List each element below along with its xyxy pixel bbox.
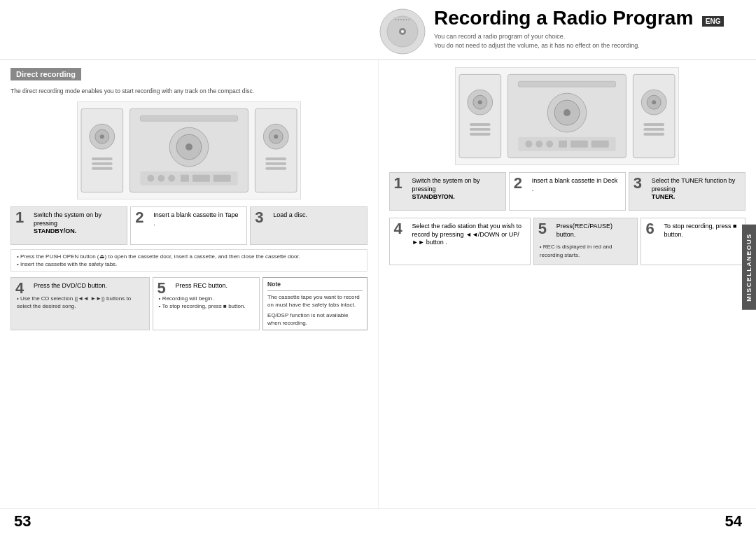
svg-rect-50 xyxy=(634,74,676,157)
svg-point-45 xyxy=(536,141,543,148)
left-page: Direct recording The direct recording mo… xyxy=(0,60,379,508)
right-step-5-note: • REC is displayed in red and recording … xyxy=(540,241,632,260)
step-2-box: 2 Insert a blank cassette in Tape . xyxy=(130,206,247,245)
svg-rect-5 xyxy=(81,108,123,192)
right-step-5-content: Press(REC/PAUSE) button. xyxy=(556,223,632,239)
svg-rect-10 xyxy=(92,162,113,165)
right-step-3-box: 3 Select the TUNER function by pressing … xyxy=(629,172,746,211)
subtitle: You can record a radio program of your c… xyxy=(434,32,742,50)
svg-point-19 xyxy=(158,175,164,182)
svg-rect-22 xyxy=(192,175,210,182)
disc-icon: • • • • • • xyxy=(378,7,427,56)
svg-rect-30 xyxy=(265,167,286,170)
svg-rect-23 xyxy=(214,175,231,182)
svg-point-42 xyxy=(564,109,570,116)
svg-point-3 xyxy=(401,30,404,33)
page-number-right: 54 xyxy=(725,512,742,531)
stereo-illustration-left xyxy=(10,101,368,199)
svg-rect-36 xyxy=(470,128,491,131)
steps-row-top: 1 Switch the system on by pressing STAND… xyxy=(10,206,368,245)
svg-rect-55 xyxy=(644,128,665,131)
step-4-box: 4 Press the DVD/CD button. Use the CD se… xyxy=(10,277,150,330)
step-5-content: Press REC button. xyxy=(176,282,253,290)
miscellaneous-tab: MISCELLANEOUS xyxy=(742,225,756,310)
svg-rect-24 xyxy=(255,108,297,192)
svg-rect-13 xyxy=(140,115,237,121)
svg-rect-48 xyxy=(570,141,588,148)
step-2-notes: Press the PUSH OPEN button (⏏) to open t… xyxy=(10,249,368,272)
right-step-6-content: To stop recording, press ■ button. xyxy=(664,223,739,239)
right-step-5-box: 5 Press(REC/PAUSE) button. • REC is disp… xyxy=(533,218,638,265)
svg-rect-11 xyxy=(92,167,113,170)
right-steps-row-bottom: 4 Select the radio station that you wish… xyxy=(389,218,746,265)
main-content: Direct recording The direct recording mo… xyxy=(0,60,756,508)
svg-point-18 xyxy=(147,175,154,182)
right-step-3-content: Select the TUNER function by pressing TU… xyxy=(652,177,739,202)
svg-rect-21 xyxy=(181,175,189,182)
step-1-box: 1 Switch the system on by pressing STAND… xyxy=(10,206,127,245)
step-4-notes: Use the CD selection (|◄◄ ►►|) buttons t… xyxy=(17,293,144,311)
right-step-1-box: 1 Switch the system on by pressing STAND… xyxy=(389,172,506,211)
right-step-4-content: Select the radio station that you wish t… xyxy=(412,223,524,247)
svg-rect-39 xyxy=(519,81,616,87)
svg-point-53 xyxy=(652,100,656,104)
page-header: • • • • • • Recording a Radio Program EN… xyxy=(0,0,756,60)
svg-rect-31 xyxy=(459,74,501,157)
step-3-content: Load a disc. xyxy=(273,211,360,220)
page-title: Recording a Radio Program ENG xyxy=(434,7,742,29)
section-description: The direct recording mode enables you to… xyxy=(10,87,368,94)
header-right: • • • • • • Recording a Radio Program EN… xyxy=(378,7,742,56)
svg-text:• • • • • •: • • • • • • xyxy=(396,17,410,22)
step-5-box: 5 Press REC button. Recording will begin… xyxy=(153,277,260,330)
step-2-content: Insert a blank cassette in Tape . xyxy=(153,211,241,227)
svg-rect-9 xyxy=(92,157,113,160)
eng-badge: ENG xyxy=(702,16,724,27)
svg-rect-56 xyxy=(644,133,665,136)
right-step-2-box: 2 Insert a blank cassette in Deck . xyxy=(509,172,626,211)
svg-rect-49 xyxy=(592,141,609,148)
svg-rect-47 xyxy=(559,141,567,148)
svg-point-16 xyxy=(186,143,192,150)
svg-rect-54 xyxy=(644,123,665,126)
bottom-bar: 53 54 xyxy=(0,508,756,534)
right-step-4-box: 4 Select the radio station that you wish… xyxy=(389,218,531,265)
svg-rect-37 xyxy=(470,133,491,136)
svg-rect-35 xyxy=(470,123,491,126)
svg-point-8 xyxy=(100,134,104,139)
stereo-illustration-right xyxy=(389,67,746,165)
right-step-1-content: Switch the system on by pressing STANDBY… xyxy=(412,177,500,202)
svg-point-34 xyxy=(478,100,482,104)
svg-point-46 xyxy=(546,141,553,148)
svg-rect-28 xyxy=(265,157,286,160)
step-5-notes: Recording will begin. To stop recording,… xyxy=(159,293,253,311)
right-step-2-content: Insert a blank cassette in Deck . xyxy=(532,177,620,193)
svg-point-27 xyxy=(274,134,278,139)
page-number-left: 53 xyxy=(14,512,31,531)
step-1-content: Switch the system on by pressing STANDBY… xyxy=(34,211,121,236)
steps-row-bottom: 4 Press the DVD/CD button. Use the CD se… xyxy=(10,277,368,330)
svg-point-44 xyxy=(526,141,533,148)
note-box: Note The cassette tape you want to recor… xyxy=(262,277,367,330)
right-page: 1 Switch the system on by pressing STAND… xyxy=(379,60,757,508)
page: • • • • • • Recording a Radio Program EN… xyxy=(0,0,756,534)
svg-rect-29 xyxy=(265,162,286,165)
step-3-box: 3 Load a disc. xyxy=(250,206,367,245)
title-block: Recording a Radio Program ENG You can re… xyxy=(434,7,742,50)
section-title-bar: Direct recording xyxy=(10,67,368,83)
right-steps-row-top: 1 Switch the system on by pressing STAND… xyxy=(389,172,746,211)
step-4-content: Press the DVD/CD button. xyxy=(34,282,144,290)
svg-point-20 xyxy=(168,175,175,182)
right-step-6-box: 6 To stop recording, press ■ button. xyxy=(640,218,746,265)
